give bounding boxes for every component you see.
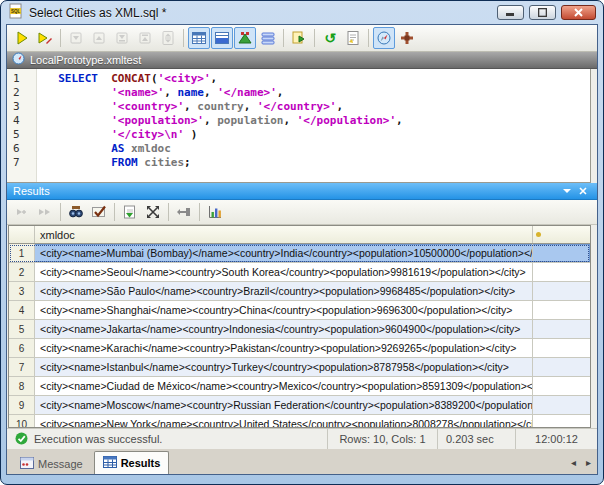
xmldoc-cell[interactable]: <city><name>New York</name><country>Unit…: [35, 415, 533, 427]
xmldoc-cell[interactable]: <city><name>Shanghai</name><country>Chin…: [35, 301, 533, 319]
undo-icon: ↺: [324, 31, 336, 45]
tab-scroll-left-button[interactable]: ◂: [569, 457, 578, 468]
results-panel-header[interactable]: Results: [7, 183, 597, 200]
xmldoc-cell[interactable]: <city><name>Ciudad de México</name><coun…: [35, 377, 533, 395]
close-button[interactable]: [561, 5, 596, 20]
row-number-cell[interactable]: 9: [9, 396, 35, 414]
panel-menu-button[interactable]: [559, 184, 575, 198]
connection-compass-button[interactable]: [373, 27, 395, 49]
result-row[interactable]: 6<city><name>Karachi</name><country>Paki…: [9, 339, 590, 358]
xmldoc-cell[interactable]: <city><name>São Paulo</name><country>Bra…: [35, 282, 533, 300]
xmldoc-cell[interactable]: <city><name>Jakarta</name><country>Indon…: [35, 320, 533, 338]
toolbar-separator: [283, 29, 284, 47]
success-check-icon: [15, 432, 28, 447]
row-number-header[interactable]: [9, 226, 35, 243]
xmldoc-cell[interactable]: <city><name>Karachi</name><country>Pakis…: [35, 339, 533, 357]
maximize-button[interactable]: [529, 5, 556, 20]
fetch-all-rows-button[interactable]: [34, 201, 56, 223]
column-key-indicator-icon: [536, 232, 541, 237]
code-line[interactable]: '<population>', population, '</populatio…: [45, 114, 590, 128]
result-row[interactable]: 5<city><name>Jakarta</name><country>Indo…: [9, 320, 590, 339]
execute-button[interactable]: [11, 27, 33, 49]
xmldoc-cell[interactable]: <city><name>Moscow</name><country>Russia…: [35, 396, 533, 414]
row-number-cell[interactable]: 1: [9, 244, 35, 262]
stacked-results-button[interactable]: [257, 27, 279, 49]
result-row[interactable]: 1<city><name>Mumbai (Bombay)</name><coun…: [9, 244, 590, 263]
svg-text:SQL: SQL: [11, 9, 21, 14]
line-number: 1: [7, 72, 36, 86]
window-title: Select Cities as XML.sql *: [29, 6, 492, 20]
tab-scroll-right-button[interactable]: ▸: [584, 457, 593, 468]
show-groups-button[interactable]: [234, 27, 256, 49]
row-number-cell[interactable]: 5: [9, 320, 35, 338]
row-number-cell[interactable]: 3: [9, 282, 35, 300]
status-duration: 0.203 sec: [437, 429, 515, 449]
execute-for-editing-button[interactable]: [34, 27, 56, 49]
result-row[interactable]: 3<city><name>São Paulo</name><country>Br…: [9, 282, 590, 301]
xmldoc-cell[interactable]: <city><name>Seoul</name><country>South K…: [35, 263, 533, 281]
pin-results-button[interactable]: [173, 201, 195, 223]
code-line[interactable]: '</city>\n' ): [45, 128, 590, 142]
sql-editor[interactable]: 1234567 SELECT CONCAT('<city>', '<name>'…: [7, 69, 591, 183]
goto-last-statement-button[interactable]: [111, 27, 133, 49]
grid-header-row: xmldoc: [9, 226, 590, 244]
status-bar: Execution was successful. Rows: 10, Cols…: [7, 428, 597, 449]
result-row[interactable]: 10<city><name>New York</name><country>Un…: [9, 415, 590, 427]
code-line[interactable]: '<name>', name, '</name>',: [45, 86, 590, 100]
results-panel-title: Results: [13, 185, 559, 197]
connection-bar[interactable]: LocalPrototype.xmltest: [7, 52, 597, 69]
fetch-next-row-button[interactable]: [11, 201, 33, 223]
goto-statement-button[interactable]: [88, 201, 110, 223]
goto-prev-statement-button[interactable]: [88, 27, 110, 49]
row-number-cell[interactable]: 6: [9, 339, 35, 357]
code-line[interactable]: SELECT CONCAT('<city>',: [45, 72, 590, 86]
minimize-button[interactable]: [497, 5, 524, 20]
data-source-button[interactable]: [396, 27, 418, 49]
result-row[interactable]: 7<city><name>Istanbul</name><country>Tur…: [9, 358, 590, 377]
status-rows-cols: Rows: 10, Cols: 1: [327, 429, 437, 449]
xmldoc-cell[interactable]: <city><name>Mumbai (Bombay)</name><count…: [35, 244, 533, 262]
toolbar-separator: [314, 29, 315, 47]
find-button[interactable]: [65, 201, 87, 223]
tab-message-label: Message: [38, 458, 83, 470]
goto-first-statement-button[interactable]: [134, 27, 156, 49]
export-results-button[interactable]: [119, 201, 141, 223]
chart-button[interactable]: [204, 201, 226, 223]
tab-message[interactable]: Message: [11, 453, 92, 474]
toolbar-separator: [199, 203, 200, 221]
row-number-cell[interactable]: 10: [9, 415, 35, 427]
grid-body: 1<city><name>Mumbai (Bombay)</name><coun…: [9, 244, 590, 427]
code-line[interactable]: FROM cities;: [45, 156, 590, 170]
title-bar[interactable]: SQL Select Cities as XML.sql *: [6, 1, 598, 24]
result-row[interactable]: 2<city><name>Seoul</name><country>South …: [9, 263, 590, 282]
row-number-cell[interactable]: 2: [9, 263, 35, 281]
document-template-button[interactable]: [342, 27, 364, 49]
status-clock: 12:00:12: [515, 429, 597, 449]
result-row[interactable]: 4<city><name>Shanghai</name><country>Chi…: [9, 301, 590, 320]
code-area[interactable]: SELECT CONCAT('<city>', '<name>', name, …: [37, 69, 590, 182]
result-row[interactable]: 9<city><name>Moscow</name><country>Russi…: [9, 396, 590, 415]
column-header-xmldoc[interactable]: xmldoc: [35, 226, 533, 243]
export-button[interactable]: [288, 27, 310, 49]
xmldoc-cell[interactable]: <city><name>Istanbul</name><country>Turk…: [35, 358, 533, 376]
tab-results[interactable]: Results: [94, 451, 170, 474]
panel-close-button[interactable]: [575, 184, 591, 198]
compass-icon: [12, 51, 25, 69]
toolbar-separator: [114, 203, 115, 221]
row-number-cell[interactable]: 7: [9, 358, 35, 376]
code-line[interactable]: '<country>', country, '</country>',: [45, 100, 590, 114]
toolbar-separator: [60, 29, 61, 47]
undo-button[interactable]: ↺: [319, 27, 341, 49]
show-grid-view-button[interactable]: [188, 27, 210, 49]
goto-next-statement-button[interactable]: [65, 27, 87, 49]
select-statement-button[interactable]: [157, 27, 179, 49]
main-toolbar: ↺: [7, 25, 597, 52]
row-number-cell[interactable]: 8: [9, 377, 35, 395]
line-number: 5: [7, 128, 36, 142]
result-row[interactable]: 8<city><name>Ciudad de México</name><cou…: [9, 377, 590, 396]
autofit-columns-button[interactable]: [142, 201, 164, 223]
window-client-area: ↺ LocalPrototype.xmltest 1234567 SELECT …: [6, 24, 598, 475]
code-line[interactable]: AS xmldoc: [45, 142, 590, 156]
row-number-cell[interactable]: 4: [9, 301, 35, 319]
show-form-view-button[interactable]: [211, 27, 233, 49]
